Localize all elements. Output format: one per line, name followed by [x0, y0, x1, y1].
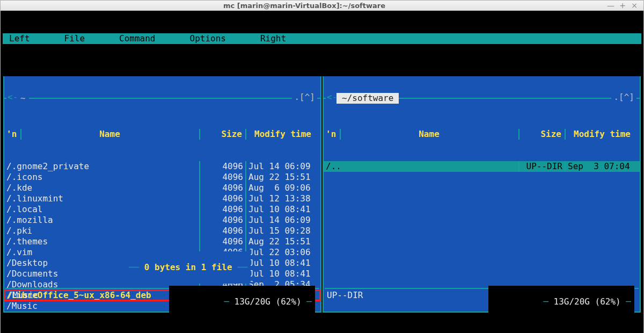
file-mtime: Jul 10 08:41	[245, 258, 320, 269]
file-mtime: Jul 14 06:09	[245, 161, 320, 172]
close-button[interactable]: ×	[628, 1, 640, 10]
mc-menubar[interactable]: Left File Command Options Right	[3, 33, 641, 44]
menu-options[interactable]: Options	[190, 33, 226, 44]
file-mtime: Jul 22 03:06	[245, 247, 320, 258]
file-size: 4096	[199, 161, 245, 172]
file-mtime: Aug 22 15:51	[245, 236, 320, 247]
file-row[interactable]: /.gnome2_private4096Jul 14 06:09	[4, 161, 320, 172]
file-name: /..	[324, 161, 518, 172]
file-name: /.gnome2_private	[4, 161, 199, 172]
left-disk: ─ 13G/20G (62%) ─	[169, 286, 315, 318]
file-mtime: Aug 6 09:06	[245, 183, 320, 193]
left-panel-path[interactable]: ~	[17, 93, 29, 104]
file-mtime: Aug 22 15:51	[245, 172, 320, 183]
file-mtime: Jul 10 08:41	[245, 204, 320, 215]
file-mtime: Sep 3 07:04	[565, 161, 640, 172]
col-mtime[interactable]: Modify time	[245, 129, 320, 140]
file-name: /.kde	[4, 183, 199, 193]
file-size: 4096	[199, 183, 245, 193]
file-row[interactable]: /.mozilla4096Jul 14 06:09	[4, 215, 320, 226]
file-size: 4096	[199, 172, 245, 183]
file-row[interactable]: /.kde4096Aug 6 09:06	[4, 183, 320, 193]
file-mtime: Jul 10 08:41	[245, 269, 320, 279]
file-name: /.icons	[4, 172, 199, 183]
file-name: /.themes	[4, 236, 199, 247]
menu-right[interactable]: Right	[260, 33, 286, 44]
left-panel[interactable]: <- ~ .[^] 'n Name Size Modify time /.gno…	[3, 76, 321, 313]
right-disk: ─ 13G/20G (62%) ─	[488, 286, 634, 318]
menu-command[interactable]: Command	[119, 33, 155, 44]
file-size: 4096	[199, 215, 245, 226]
file-mtime: Jul 14 06:09	[245, 215, 320, 226]
file-row[interactable]: /.icons4096Aug 22 15:51	[4, 172, 320, 183]
right-panel-corner[interactable]: .[^]	[611, 92, 636, 103]
col-mtime[interactable]: Modify time	[565, 129, 640, 140]
menu-file[interactable]: File	[64, 33, 85, 44]
right-panel[interactable]: <- ~/software .[^] 'n Name Size Modify t…	[323, 76, 641, 313]
minimize-button[interactable]: —	[605, 1, 617, 10]
titlebar[interactable]: mc [marin@marin-VirtualBox]:~/software —…	[1, 1, 643, 11]
file-size: 4096	[199, 204, 245, 215]
col-size[interactable]: Size	[199, 129, 245, 140]
file-name: /.local	[4, 204, 199, 215]
menu-left[interactable]: Left	[9, 33, 30, 44]
file-mtime: Jul 15 09:28	[245, 226, 320, 236]
left-panel-corner[interactable]: .[^]	[292, 92, 317, 103]
file-name: /.pki	[4, 226, 199, 236]
file-size: 4096	[199, 226, 245, 236]
file-name: /.linuxmint	[4, 193, 199, 204]
window-title: mc [marin@marin-VirtualBox]:~/software	[4, 2, 605, 10]
file-name: /.mozilla	[4, 215, 199, 226]
file-size: 4096	[199, 193, 245, 204]
left-summary: ── 0 bytes in 1 file ──	[74, 251, 251, 284]
file-size: 4096	[199, 236, 245, 247]
file-row[interactable]: /.themes4096Aug 22 15:51	[4, 236, 320, 247]
app-window: mc [marin@marin-VirtualBox]:~/software —…	[0, 0, 644, 333]
file-row[interactable]: /.local4096Jul 10 08:41	[4, 204, 320, 215]
file-size: UP--DIR	[518, 161, 565, 172]
col-size[interactable]: Size	[518, 129, 565, 140]
file-row[interactable]: /.pki4096Jul 15 09:28	[4, 226, 320, 236]
file-row[interactable]: /.linuxmint4096Jul 12 13:38	[4, 193, 320, 204]
maximize-button[interactable]: +	[617, 1, 628, 10]
file-mtime: Jul 12 13:38	[245, 193, 320, 204]
right-panel-path[interactable]: ~/software	[336, 93, 399, 104]
file-row[interactable]: /..UP--DIRSep 3 07:04	[324, 161, 640, 172]
terminal: Left File Command Options Right <- ~ .[^…	[1, 11, 643, 333]
